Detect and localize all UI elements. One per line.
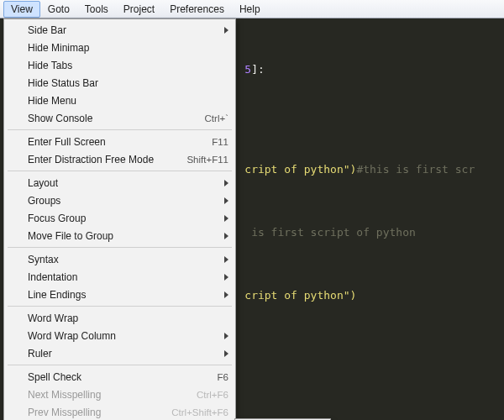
menu-item-label: Enter Distraction Free Mode bbox=[28, 154, 186, 165]
menu-item-word-wrap-column[interactable]: Word Wrap Column bbox=[6, 327, 234, 344]
menu-separator bbox=[8, 247, 232, 248]
menu-separator bbox=[8, 171, 232, 171]
menu-item-label: Hide Status Bar bbox=[28, 77, 228, 89]
menu-separator bbox=[8, 129, 232, 130]
menu-item-hide-status-bar[interactable]: Hide Status Bar bbox=[6, 74, 234, 92]
code-string: cript of python") bbox=[244, 289, 356, 302]
menu-item-label: Side Bar bbox=[28, 24, 219, 36]
code-text: ]: bbox=[251, 63, 265, 76]
menu-item-label: Show Console bbox=[28, 113, 205, 124]
menu-item-label: Hide Tabs bbox=[28, 60, 228, 71]
menu-item-move-file-to-group[interactable]: Move File to Group bbox=[6, 227, 234, 244]
chevron-right-icon bbox=[224, 27, 228, 34]
menu-item-focus-group[interactable]: Focus Group bbox=[6, 209, 234, 227]
chevron-right-icon bbox=[224, 180, 228, 186]
menu-item-prev-misspelling: Prev MisspellingCtrl+Shift+F6 bbox=[6, 403, 234, 420]
menu-item-spell-check[interactable]: Spell CheckF6 bbox=[6, 368, 234, 386]
chevron-right-icon bbox=[224, 274, 228, 281]
menu-item-label: Indentation bbox=[28, 271, 219, 283]
menu-item-show-console[interactable]: Show ConsoleCtrl+` bbox=[6, 109, 234, 127]
menu-item-ruler[interactable]: Ruler bbox=[6, 344, 234, 362]
menu-item-label: Layout bbox=[28, 177, 219, 189]
menu-item-label: Enter Full Screen bbox=[28, 136, 212, 148]
chevron-right-icon bbox=[224, 333, 228, 339]
menu-item-groups[interactable]: Groups bbox=[6, 192, 234, 209]
menu-item-layout[interactable]: Layout bbox=[6, 174, 234, 192]
menu-item-line-endings[interactable]: Line Endings bbox=[6, 286, 234, 303]
menu-item-indentation[interactable]: Indentation bbox=[6, 268, 234, 286]
menu-separator bbox=[8, 365, 232, 365]
menubar: ViewGotoToolsProjectPreferencesHelp bbox=[0, 0, 504, 18]
code-string: cript of python") bbox=[244, 163, 356, 176]
menubar-item-view[interactable]: View bbox=[3, 1, 40, 18]
menu-item-label: Focus Group bbox=[28, 213, 219, 224]
chevron-right-icon bbox=[224, 197, 228, 204]
menu-item-enter-full-screen[interactable]: Enter Full ScreenF11 bbox=[6, 133, 234, 150]
menu-item-hide-minimap[interactable]: Hide Minimap bbox=[6, 39, 234, 56]
menu-item-label: Groups bbox=[28, 195, 219, 207]
menu-item-shortcut: F6 bbox=[218, 372, 228, 382]
chevron-right-icon bbox=[224, 233, 228, 239]
chevron-right-icon bbox=[224, 215, 228, 222]
menu-item-next-misspelling: Next MisspellingCtrl+F6 bbox=[6, 386, 234, 403]
menu-item-shortcut: Ctrl+Shift+F6 bbox=[171, 407, 228, 417]
menubar-item-preferences[interactable]: Preferences bbox=[162, 1, 232, 18]
menu-item-label: Word Wrap bbox=[28, 312, 228, 324]
code-comment: is first script of python bbox=[244, 226, 416, 239]
menu-item-enter-distraction-free-mode[interactable]: Enter Distraction Free ModeShift+F11 bbox=[6, 150, 234, 168]
menu-item-label: Word Wrap Column bbox=[28, 330, 219, 342]
menu-item-label: Move File to Group bbox=[28, 230, 219, 242]
view-menu-dropdown: Side BarHide MinimapHide TabsHide Status… bbox=[3, 18, 236, 420]
code-comment: #this is first scr bbox=[356, 163, 475, 176]
menu-item-shortcut: Ctrl+F6 bbox=[197, 390, 228, 400]
menu-item-label: Next Misspelling bbox=[28, 389, 197, 401]
menubar-item-help[interactable]: Help bbox=[232, 1, 268, 18]
menu-item-label: Hide Minimap bbox=[28, 42, 228, 54]
menu-item-label: Line Endings bbox=[28, 289, 219, 301]
menubar-item-project[interactable]: Project bbox=[116, 1, 162, 18]
chevron-right-icon bbox=[224, 256, 228, 263]
code-number: 5 bbox=[244, 63, 251, 76]
menu-item-label: Spell Check bbox=[28, 371, 218, 383]
menu-separator bbox=[8, 306, 232, 307]
menu-item-label: Syntax bbox=[28, 254, 219, 265]
menu-item-word-wrap[interactable]: Word Wrap bbox=[6, 309, 234, 327]
menu-item-syntax[interactable]: Syntax bbox=[6, 250, 234, 268]
menubar-item-tools[interactable]: Tools bbox=[77, 1, 116, 18]
menu-item-hide-tabs[interactable]: Hide Tabs bbox=[6, 56, 234, 74]
menu-item-shortcut: F11 bbox=[212, 137, 228, 147]
menubar-item-goto[interactable]: Goto bbox=[40, 1, 77, 18]
chevron-right-icon bbox=[224, 350, 228, 357]
chevron-right-icon bbox=[224, 291, 228, 298]
menu-item-shortcut: Ctrl+` bbox=[205, 113, 228, 123]
menu-item-label: Hide Menu bbox=[28, 95, 228, 107]
menu-item-side-bar[interactable]: Side Bar bbox=[6, 21, 234, 39]
menu-item-label: Ruler bbox=[28, 348, 219, 360]
menu-item-hide-menu[interactable]: Hide Menu bbox=[6, 92, 234, 109]
menu-item-label: Prev Misspelling bbox=[28, 407, 171, 418]
menu-item-shortcut: Shift+F11 bbox=[186, 155, 228, 165]
